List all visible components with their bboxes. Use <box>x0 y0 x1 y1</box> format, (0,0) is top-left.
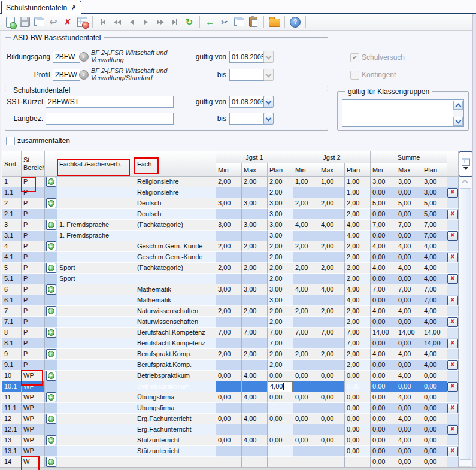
add-subrow-button[interactable]: + <box>46 328 56 338</box>
add-subrow-button[interactable]: + <box>46 349 56 359</box>
column-header-max[interactable]: Max <box>242 163 268 177</box>
column-chooser-button[interactable] <box>459 151 473 177</box>
column-header-sort[interactable]: Sort. <box>2 151 22 177</box>
add-subrow-button[interactable]: + <box>46 371 56 381</box>
add-subrow-button[interactable]: + <box>46 241 56 251</box>
delete-button[interactable]: ✘ <box>60 16 75 29</box>
klassengruppen-list[interactable] <box>342 99 464 127</box>
column-header-min[interactable]: Min <box>371 163 396 177</box>
column-header-max[interactable]: Max <box>396 163 422 177</box>
add-subrow-button[interactable]: + <box>46 414 56 424</box>
column-header-min[interactable]: Min <box>216 163 242 177</box>
delete-row-button[interactable]: ✘ <box>447 210 458 219</box>
delete-row-button[interactable]: ✘ <box>447 360 458 370</box>
add-subrow-button[interactable]: + <box>46 220 56 230</box>
paste-button[interactable] <box>246 16 260 29</box>
nav-prev-button[interactable] <box>125 16 139 29</box>
gueltig-von-field[interactable]: 01.08.2005 <box>229 51 265 63</box>
column-header-plan[interactable]: Plan <box>422 163 447 177</box>
gueltig-von-dropdown[interactable] <box>263 96 274 108</box>
table-row[interactable]: 12.1WPErg.Fachunterricht0,000,000,000,00… <box>2 424 459 435</box>
add-subrow-button[interactable]: + <box>46 435 56 445</box>
undo-button[interactable]: ↩ <box>46 16 60 29</box>
table-row[interactable]: 5.1PSport2,002,000,000,004,00✘ <box>2 274 459 284</box>
langbez-field[interactable] <box>46 113 174 125</box>
sst-kuerzel-field[interactable]: 2BFW/ST <box>46 96 174 108</box>
table-row[interactable]: 13.1WPStützunterricht0,000,000,000,00✘ <box>2 446 459 457</box>
column-header-plan[interactable]: Plan <box>345 163 371 177</box>
add-subrow-button[interactable]: + <box>46 263 56 273</box>
nav-next-fast-button[interactable] <box>153 16 168 29</box>
delete-row-button[interactable]: ✘ <box>447 382 458 392</box>
delete-row-button[interactable]: ✘ <box>447 425 458 435</box>
duplicate-button[interactable] <box>32 16 46 29</box>
profil-field[interactable]: 2BFW/ <box>53 69 80 81</box>
table-row[interactable]: 7.1PNaturwissenschaften2,002,000,000,004… <box>2 317 459 328</box>
table-row[interactable]: 7P+Naturwissenschaften2,002,002,002,002,… <box>2 306 459 317</box>
nav-first-button[interactable] <box>96 16 110 29</box>
table-row[interactable]: 8P+Berufsfachl.Kompetenz7,007,007,007,00… <box>2 328 459 338</box>
gueltig-von-dropdown[interactable] <box>263 51 274 63</box>
nav-last-button[interactable] <box>168 16 182 29</box>
bis-dropdown[interactable] <box>263 69 274 81</box>
kontingent-checkbox[interactable] <box>350 71 359 80</box>
cell-editor[interactable]: 4,00 <box>268 381 293 392</box>
table-row[interactable]: 3.1P1. Fremdsprache3,004,000,000,007,00✘ <box>2 231 459 241</box>
table-row[interactable]: 11.1WPÜbungsfirma0,000,000,000,00✘ <box>2 403 459 414</box>
table-row[interactable]: 6.1PMathematik3,004,000,000,007,00✘ <box>2 295 459 306</box>
table-row[interactable]: 9P+Berufsprakt.Komp.2,002,002,002,002,00… <box>2 349 459 360</box>
table-row[interactable]: 3P+1. Fremdsprache(Fachkategorie)3,003,0… <box>2 220 459 231</box>
schulversuch-checkbox[interactable]: ✔ <box>350 53 359 62</box>
column-header-st-bereich[interactable]: St.Bereich <box>22 151 45 177</box>
table-row[interactable]: 4P+Gesch.m.Gem.-Kunde2,002,002,002,002,0… <box>2 241 459 252</box>
scrollbar-thumb[interactable] <box>460 188 471 460</box>
close-icon[interactable]: ✗ <box>71 4 77 11</box>
table-row[interactable]: 13WP+Stützunterricht0,004,000,000,000,00… <box>2 435 459 446</box>
add-subrow-button[interactable]: + <box>46 392 56 402</box>
scroll-down-button[interactable] <box>453 117 463 126</box>
table-row[interactable]: 14W+0,000,000,00 <box>2 457 459 468</box>
column-header-plan[interactable]: Plan <box>268 163 293 177</box>
delete-row-button[interactable]: ✘ <box>447 253 458 262</box>
scroll-up-button[interactable] <box>453 101 463 110</box>
nav-prev-fast-button[interactable] <box>110 16 125 29</box>
add-subrow-button[interactable]: + <box>46 198 56 208</box>
nav-next-button[interactable] <box>139 16 153 29</box>
delete-row-button[interactable]: ✘ <box>447 447 458 456</box>
table-row[interactable]: 1.1PReligionslehre2,001,000,000,003,00✘ <box>2 187 459 198</box>
table-row[interactable]: 4.1PGesch.m.Gem.-Kunde2,002,000,000,004,… <box>2 252 459 263</box>
table-row[interactable]: 8.1PBerufsfachl.Kompetenz7,007,000,000,0… <box>2 338 459 349</box>
delete-row-button[interactable]: ✘ <box>447 404 458 413</box>
tab-schulstundentafeln[interactable]: Schulstundentafeln ✗ <box>1 1 81 14</box>
list-scrollbar[interactable] <box>453 101 463 126</box>
new-button[interactable]: + <box>3 16 17 29</box>
table-row[interactable]: 12WP+Erg.Fachunterricht0,004,000,000,000… <box>2 414 459 424</box>
delete-row-button[interactable]: ✘ <box>447 231 458 241</box>
delete-row-button[interactable]: ✘ <box>447 274 458 284</box>
folder-button[interactable] <box>267 16 281 29</box>
column-header-max[interactable]: Max <box>319 163 345 177</box>
scroll-up-button[interactable] <box>459 177 471 186</box>
copy-button[interactable] <box>232 16 246 29</box>
add-subrow-button[interactable]: + <box>46 284 56 295</box>
back-button[interactable]: ← <box>203 16 217 29</box>
bis-field[interactable] <box>229 69 265 81</box>
table-row[interactable]: 2P+Deutsch3,003,003,002,002,002,005,005,… <box>2 198 459 209</box>
table-row[interactable]: 6P+Mathematik3,003,003,004,004,004,007,0… <box>2 284 459 295</box>
zusammenfalten-checkbox[interactable] <box>6 137 15 145</box>
help-button[interactable]: ? <box>288 16 302 29</box>
bildungsgang-field[interactable]: 2BFW <box>53 51 80 63</box>
remove-dataset-button[interactable]: − <box>75 16 89 29</box>
bis-field[interactable] <box>229 113 265 125</box>
table-row[interactable]: 11WP+Übungsfirma0,004,000,000,000,000,00… <box>2 392 459 403</box>
column-header-min[interactable]: Min <box>293 163 319 177</box>
delete-row-button[interactable]: ✘ <box>447 339 458 348</box>
bis-dropdown[interactable] <box>263 113 274 125</box>
column-header-fachkat[interactable]: Fachkat./Fächerverb. <box>57 151 135 177</box>
table-row[interactable]: 2.1PDeutsch3,002,000,000,005,00✘ <box>2 209 459 220</box>
table-row[interactable]: 10WP+Betriebspraktikum0,004,000,000,000,… <box>2 371 459 381</box>
add-subrow-button[interactable]: + <box>46 457 56 467</box>
save-button[interactable] <box>17 16 32 29</box>
column-header-fach[interactable]: Fach <box>135 151 216 177</box>
delete-row-button[interactable]: ✘ <box>447 188 458 198</box>
